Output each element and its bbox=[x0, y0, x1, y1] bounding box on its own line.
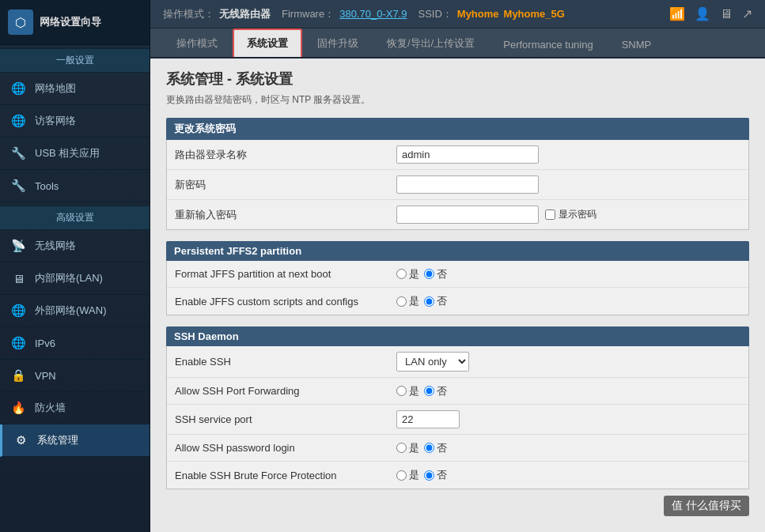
enable-jffs-scripts-yes-text: 是 bbox=[409, 294, 419, 308]
ssid-value-2: Myhome_5G bbox=[504, 8, 565, 20]
tab-restore-export[interactable]: 恢复/导出/上传设置 bbox=[373, 29, 488, 57]
ssh-password-login-no-radio[interactable] bbox=[424, 443, 434, 453]
enable-ssh-select[interactable]: LAN only WAN only Both Disabled bbox=[396, 352, 469, 372]
new-password-row: 新密码 bbox=[167, 170, 748, 200]
tools-icon: 🔧 bbox=[9, 177, 27, 194]
ssh-port-fwd-no-radio[interactable] bbox=[424, 386, 434, 396]
tab-system-settings[interactable]: 系统设置 bbox=[233, 28, 302, 57]
sidebar-item-lan[interactable]: 🖥 内部网络(LAN) bbox=[0, 262, 150, 295]
ssh-password-login-no-label[interactable]: 否 bbox=[424, 441, 447, 455]
ssh-password-login-control: 是 否 bbox=[396, 441, 447, 455]
sidebar-item-label: 外部网络(WAN) bbox=[35, 304, 107, 318]
user-icon[interactable]: 👤 bbox=[695, 6, 710, 21]
change-password-body: 路由器登录名称 新密码 重新输入密码 bbox=[166, 140, 749, 230]
ssh-port-input[interactable] bbox=[396, 410, 460, 428]
topbar-right: 📶 👤 🖥 ↗ bbox=[669, 6, 752, 21]
advanced-section-header: 高级设置 bbox=[0, 206, 150, 230]
sidebar-item-network-map[interactable]: 🌐 网络地图 bbox=[0, 73, 150, 105]
general-section-header: 一般设置 bbox=[0, 48, 150, 73]
ssh-brute-force-label: Enable SSH Brute Force Protection bbox=[175, 470, 396, 481]
ssh-password-login-yes-radio[interactable] bbox=[396, 443, 407, 453]
enable-jffs-scripts-row: Enable JFFS custom scripts and configs 是… bbox=[167, 288, 748, 315]
enable-jffs-scripts-yes-radio[interactable] bbox=[396, 296, 407, 307]
lan-icon: 🖥 bbox=[9, 270, 27, 287]
sidebar-item-firewall[interactable]: 🔥 防火墙 bbox=[0, 392, 150, 424]
tab-operation-mode[interactable]: 操作模式 bbox=[163, 29, 231, 57]
sidebar-item-tools[interactable]: 🔧 Tools bbox=[0, 170, 150, 202]
monitor-icon[interactable]: 🖥 bbox=[720, 7, 733, 21]
main-panel: 操作模式： 无线路由器 Firmware： 380.70_0-X7.9 SSID… bbox=[150, 0, 765, 532]
sidebar-item-label: IPv6 bbox=[35, 338, 55, 349]
network-map-icon: 🌐 bbox=[9, 80, 27, 97]
jffs2-header: Persistent JFFS2 partition bbox=[166, 241, 749, 261]
page-subtitle: 更换路由器登陆密码，时区与 NTP 服务器设置。 bbox=[166, 93, 749, 107]
ssh-brute-force-no-text: 否 bbox=[437, 468, 447, 482]
confirm-password-row: 重新输入密码 显示密码 bbox=[167, 200, 748, 229]
sidebar-item-usb-app[interactable]: 🔧 USB 相关应用 bbox=[0, 138, 150, 170]
topbar: 操作模式： 无线路由器 Firmware： 380.70_0-X7.9 SSID… bbox=[150, 0, 765, 28]
ssh-brute-force-yes-radio[interactable] bbox=[396, 470, 407, 481]
format-jffs-yes-radio[interactable] bbox=[396, 269, 407, 279]
enable-jffs-scripts-label: Enable JFFS custom scripts and configs bbox=[175, 296, 396, 308]
sidebar-item-guest-network[interactable]: 🌐 访客网络 bbox=[0, 105, 150, 138]
ssh-port-fwd-yes-radio[interactable] bbox=[396, 386, 407, 396]
format-jffs-no-radio[interactable] bbox=[424, 269, 434, 279]
format-jffs-control: 是 否 bbox=[396, 267, 447, 281]
ssh-password-login-yes-label[interactable]: 是 bbox=[396, 441, 419, 455]
ssh-port-fwd-label: Allow SSH Port Forwarding bbox=[175, 385, 396, 397]
ssid-label: SSID： bbox=[418, 7, 452, 21]
wireless-icon: 📡 bbox=[9, 237, 27, 255]
new-password-input[interactable] bbox=[396, 175, 539, 194]
sidebar-item-sysadmin[interactable]: ⚙ 系统管理 bbox=[0, 424, 150, 457]
sidebar-logo-text: 网络设置向导 bbox=[40, 15, 101, 29]
sidebar-item-wireless[interactable]: 📡 无线网络 bbox=[0, 230, 150, 262]
ssh-body: Enable SSH LAN only WAN only Both Disabl… bbox=[166, 346, 749, 489]
ssh-brute-force-yes-label[interactable]: 是 bbox=[396, 468, 419, 482]
ipv6-icon: 🌐 bbox=[9, 334, 27, 352]
enable-jffs-scripts-yes-label[interactable]: 是 bbox=[396, 294, 419, 308]
ssh-port-fwd-no-label[interactable]: 否 bbox=[424, 384, 447, 398]
enable-ssh-row: Enable SSH LAN only WAN only Both Disabl… bbox=[167, 346, 748, 378]
format-jffs-yes-label[interactable]: 是 bbox=[396, 267, 419, 281]
wifi-icon[interactable]: 📶 bbox=[669, 6, 685, 21]
sysadmin-icon: ⚙ bbox=[12, 432, 29, 449]
change-password-section: 更改系统密码 路由器登录名称 新密码 重新输入密码 bbox=[166, 118, 749, 230]
format-jffs-no-label[interactable]: 否 bbox=[424, 267, 447, 281]
ssh-port-fwd-control: 是 否 bbox=[396, 384, 447, 398]
change-password-header: 更改系统密码 bbox=[166, 118, 749, 140]
new-password-label: 新密码 bbox=[175, 178, 396, 192]
format-jffs-no-text: 否 bbox=[437, 267, 447, 281]
firewall-icon: 🔥 bbox=[9, 399, 27, 417]
ssh-brute-force-no-label[interactable]: 否 bbox=[424, 468, 447, 482]
guest-network-icon: 🌐 bbox=[9, 112, 27, 130]
sidebar-item-label: USB 相关应用 bbox=[35, 146, 100, 160]
show-password-text: 显示密码 bbox=[559, 208, 596, 221]
enable-jffs-scripts-no-label[interactable]: 否 bbox=[424, 294, 447, 308]
sidebar-item-ipv6[interactable]: 🌐 IPv6 bbox=[0, 327, 150, 360]
firmware-value[interactable]: 380.70_0-X7.9 bbox=[339, 8, 407, 20]
ssh-password-login-yes-text: 是 bbox=[409, 441, 419, 455]
ssh-password-login-no-text: 否 bbox=[437, 441, 447, 455]
sidebar-item-label: 防火墙 bbox=[35, 401, 66, 415]
tab-firmware-upgrade[interactable]: 固件升级 bbox=[304, 29, 372, 57]
sidebar-logo[interactable]: ⬡ 网络设置向导 bbox=[0, 0, 150, 45]
wan-icon: 🌐 bbox=[9, 302, 27, 319]
jffs2-section: Persistent JFFS2 partition Format JFFS p… bbox=[166, 241, 749, 315]
ssh-port-label: SSH service port bbox=[175, 413, 396, 425]
enable-jffs-scripts-no-radio[interactable] bbox=[424, 296, 434, 307]
confirm-password-input[interactable] bbox=[396, 206, 539, 224]
sidebar-item-wan[interactable]: 🌐 外部网络(WAN) bbox=[0, 295, 150, 327]
ssh-brute-force-row: Enable SSH Brute Force Protection 是 否 bbox=[167, 462, 748, 489]
show-password-checkbox[interactable] bbox=[545, 209, 555, 220]
sidebar-item-vpn[interactable]: 🔒 VPN bbox=[0, 360, 150, 392]
ssh-section: SSH Daemon Enable SSH LAN only WAN only … bbox=[166, 326, 749, 489]
router-login-input[interactable] bbox=[396, 145, 539, 164]
tab-snmp[interactable]: SNMP bbox=[608, 32, 665, 57]
share-icon[interactable]: ↗ bbox=[742, 6, 752, 21]
ssh-brute-force-no-radio[interactable] bbox=[424, 470, 434, 481]
router-login-row: 路由器登录名称 bbox=[167, 140, 748, 170]
ssh-port-fwd-yes-label[interactable]: 是 bbox=[396, 384, 419, 398]
sidebar-item-label: 系统管理 bbox=[37, 433, 78, 447]
tab-performance-tuning[interactable]: Performance tuning bbox=[490, 32, 606, 57]
show-password-label[interactable]: 显示密码 bbox=[545, 208, 596, 221]
